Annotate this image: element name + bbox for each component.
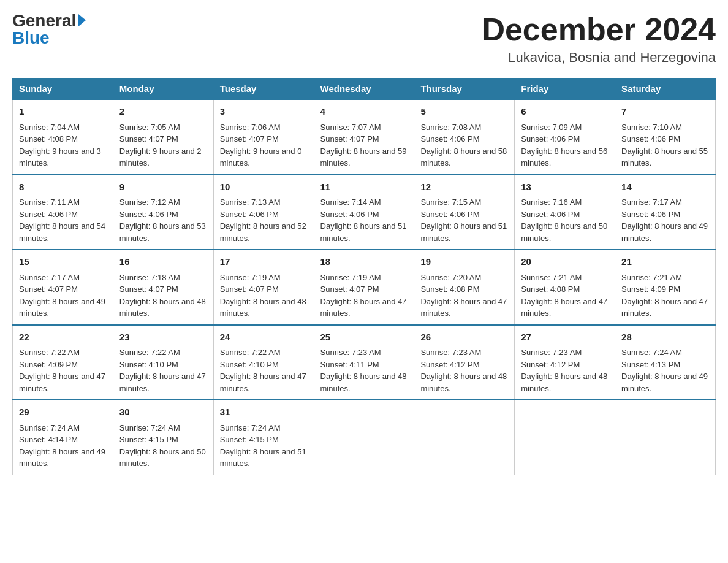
day-number: 28	[621, 331, 709, 345]
calendar-cell: 29Sunrise: 7:24 AMSunset: 4:14 PMDayligh…	[13, 400, 113, 475]
day-number: 26	[420, 331, 508, 345]
daylight-label: Daylight: 8 hours and 48 minutes.	[521, 372, 607, 393]
sunrise-label: Sunrise: 7:21 AM	[521, 273, 582, 282]
days-of-week-row: SundayMondayTuesdayWednesdayThursdayFrid…	[13, 79, 716, 100]
column-header-tuesday: Tuesday	[213, 79, 314, 100]
calendar-cell: 6Sunrise: 7:09 AMSunset: 4:06 PMDaylight…	[515, 99, 615, 175]
column-header-saturday: Saturday	[615, 79, 716, 100]
calendar-cell: 22Sunrise: 7:22 AMSunset: 4:09 PMDayligh…	[13, 325, 113, 400]
calendar-cell: 20Sunrise: 7:21 AMSunset: 4:08 PMDayligh…	[515, 250, 615, 325]
daylight-label: Daylight: 9 hours and 2 minutes.	[119, 147, 202, 168]
daylight-label: Daylight: 8 hours and 58 minutes.	[420, 147, 507, 168]
day-number: 31	[220, 405, 308, 419]
calendar-cell: 21Sunrise: 7:21 AMSunset: 4:09 PMDayligh…	[615, 250, 716, 325]
day-number: 6	[521, 105, 609, 119]
sunrise-label: Sunrise: 7:24 AM	[119, 423, 180, 432]
calendar-cell: 16Sunrise: 7:18 AMSunset: 4:07 PMDayligh…	[113, 250, 213, 325]
daylight-label: Daylight: 8 hours and 47 minutes.	[119, 372, 206, 393]
week-row-1: 1Sunrise: 7:04 AMSunset: 4:08 PMDaylight…	[13, 99, 716, 175]
sunset-label: Sunset: 4:09 PM	[621, 285, 680, 294]
sunset-label: Sunset: 4:07 PM	[320, 285, 379, 294]
daylight-label: Daylight: 8 hours and 51 minutes.	[320, 221, 407, 243]
day-number: 15	[19, 255, 107, 269]
calendar-cell: 27Sunrise: 7:23 AMSunset: 4:12 PMDayligh…	[515, 325, 615, 400]
sunset-label: Sunset: 4:10 PM	[220, 360, 279, 369]
sunrise-label: Sunrise: 7:23 AM	[320, 348, 381, 357]
calendar-cell: 25Sunrise: 7:23 AMSunset: 4:11 PMDayligh…	[314, 325, 414, 400]
daylight-label: Daylight: 8 hours and 51 minutes.	[220, 447, 306, 469]
sunrise-label: Sunrise: 7:20 AM	[420, 273, 481, 282]
daylight-label: Daylight: 8 hours and 49 minutes.	[621, 372, 708, 393]
calendar-cell: 11Sunrise: 7:14 AMSunset: 4:06 PMDayligh…	[314, 175, 414, 250]
sunrise-label: Sunrise: 7:12 AM	[119, 197, 180, 207]
sunrise-label: Sunrise: 7:22 AM	[220, 348, 281, 357]
sunrise-label: Sunrise: 7:17 AM	[621, 197, 682, 207]
calendar-cell: 30Sunrise: 7:24 AMSunset: 4:15 PMDayligh…	[113, 400, 213, 475]
day-number: 5	[420, 105, 508, 119]
calendar-cell: 5Sunrise: 7:08 AMSunset: 4:06 PMDaylight…	[414, 99, 515, 175]
day-number: 25	[320, 331, 408, 345]
sunset-label: Sunset: 4:08 PM	[521, 285, 580, 294]
day-number: 2	[119, 105, 207, 119]
column-header-friday: Friday	[515, 79, 615, 100]
daylight-label: Daylight: 8 hours and 49 minutes.	[19, 297, 105, 318]
sunset-label: Sunset: 4:06 PM	[621, 134, 680, 144]
sunset-label: Sunset: 4:07 PM	[119, 134, 178, 144]
sunrise-label: Sunrise: 7:22 AM	[119, 348, 180, 357]
calendar-cell: 19Sunrise: 7:20 AMSunset: 4:08 PMDayligh…	[414, 250, 515, 325]
location-title: Lukavica, Bosnia and Herzegovina	[482, 50, 716, 66]
calendar-cell: 28Sunrise: 7:24 AMSunset: 4:13 PMDayligh…	[615, 325, 716, 400]
sunset-label: Sunset: 4:06 PM	[220, 210, 279, 219]
title-block: December 2024 Lukavica, Bosnia and Herze…	[482, 12, 716, 66]
daylight-label: Daylight: 8 hours and 55 minutes.	[621, 147, 708, 168]
calendar-body: 1Sunrise: 7:04 AMSunset: 4:08 PMDaylight…	[13, 99, 716, 475]
day-number: 14	[621, 180, 709, 194]
sunset-label: Sunset: 4:07 PM	[119, 285, 178, 294]
day-number: 19	[420, 255, 508, 269]
sunrise-label: Sunrise: 7:14 AM	[320, 197, 381, 207]
daylight-label: Daylight: 9 hours and 0 minutes.	[220, 147, 302, 168]
day-number: 12	[420, 180, 508, 194]
daylight-label: Daylight: 8 hours and 47 minutes.	[420, 297, 507, 318]
sunrise-label: Sunrise: 7:06 AM	[220, 123, 281, 132]
logo-blue-text: Blue	[12, 29, 50, 47]
logo: General Blue	[12, 12, 86, 47]
daylight-label: Daylight: 8 hours and 50 minutes.	[119, 447, 206, 469]
sunset-label: Sunset: 4:06 PM	[19, 210, 78, 219]
sunset-label: Sunset: 4:07 PM	[220, 285, 279, 294]
month-title: December 2024	[482, 12, 716, 47]
sunset-label: Sunset: 4:11 PM	[320, 360, 379, 369]
daylight-label: Daylight: 8 hours and 56 minutes.	[521, 147, 607, 168]
daylight-label: Daylight: 8 hours and 47 minutes.	[521, 297, 607, 318]
daylight-label: Daylight: 9 hours and 3 minutes.	[19, 147, 101, 168]
day-number: 30	[119, 405, 207, 419]
sunrise-label: Sunrise: 7:11 AM	[19, 197, 80, 207]
column-header-thursday: Thursday	[414, 79, 515, 100]
day-number: 24	[220, 331, 308, 345]
day-number: 7	[621, 105, 709, 119]
sunrise-label: Sunrise: 7:05 AM	[119, 123, 180, 132]
daylight-label: Daylight: 8 hours and 49 minutes.	[19, 447, 105, 469]
day-number: 10	[220, 180, 308, 194]
week-row-5: 29Sunrise: 7:24 AMSunset: 4:14 PMDayligh…	[13, 400, 716, 475]
day-number: 27	[521, 331, 609, 345]
day-number: 1	[19, 105, 107, 119]
daylight-label: Daylight: 8 hours and 52 minutes.	[220, 221, 306, 243]
sunset-label: Sunset: 4:06 PM	[521, 134, 580, 144]
sunrise-label: Sunrise: 7:21 AM	[621, 273, 682, 282]
calendar-cell: 18Sunrise: 7:19 AMSunset: 4:07 PMDayligh…	[314, 250, 414, 325]
daylight-label: Daylight: 8 hours and 53 minutes.	[119, 221, 206, 243]
sunrise-label: Sunrise: 7:13 AM	[220, 197, 281, 207]
calendar-cell: 13Sunrise: 7:16 AMSunset: 4:06 PMDayligh…	[515, 175, 615, 250]
sunrise-label: Sunrise: 7:15 AM	[420, 197, 481, 207]
sunset-label: Sunset: 4:06 PM	[320, 210, 379, 219]
daylight-label: Daylight: 8 hours and 48 minutes.	[119, 297, 206, 318]
day-number: 23	[119, 331, 207, 345]
day-number: 21	[621, 255, 709, 269]
day-number: 18	[320, 255, 408, 269]
calendar-cell: 1Sunrise: 7:04 AMSunset: 4:08 PMDaylight…	[13, 99, 113, 175]
daylight-label: Daylight: 8 hours and 48 minutes.	[220, 297, 306, 318]
sunrise-label: Sunrise: 7:04 AM	[19, 123, 80, 132]
calendar-cell	[414, 400, 515, 475]
sunset-label: Sunset: 4:07 PM	[220, 134, 279, 144]
